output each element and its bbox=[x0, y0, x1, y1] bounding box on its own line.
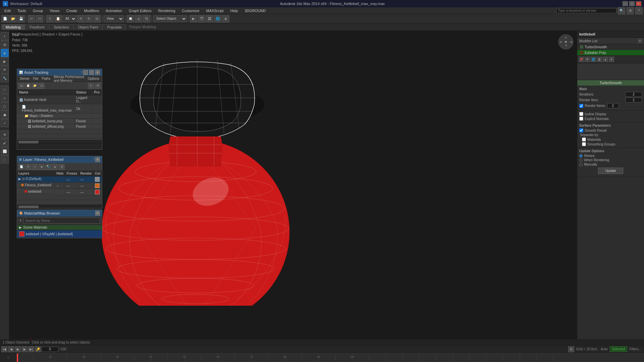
mod-pin-button[interactable]: 📌 bbox=[579, 57, 584, 62]
layer-tb-add[interactable]: + bbox=[32, 164, 38, 170]
open-button[interactable]: 📂 bbox=[9, 15, 17, 22]
material-browser-titlebar[interactable]: 🎨 Material/Map Browser ✕ bbox=[17, 210, 102, 217]
menu-tools[interactable]: Tools bbox=[14, 8, 29, 14]
asset-menu-file[interactable]: File bbox=[32, 77, 40, 80]
table-row[interactable]: kettlebell — — bbox=[17, 189, 102, 195]
save-button[interactable]: 💾 bbox=[17, 15, 25, 22]
material-item-kettlebell[interactable]: kettlebell ( VRayMtl ) [kettlebell] bbox=[17, 230, 102, 238]
layer-tb-settings[interactable]: ⚙ bbox=[59, 164, 65, 170]
asset-tracking-close[interactable]: ✕ bbox=[95, 70, 100, 75]
tool-create[interactable]: + bbox=[1, 32, 9, 40]
tool-select-region[interactable]: ⬜ bbox=[1, 147, 9, 155]
layer-color-swatch-default[interactable] bbox=[95, 177, 100, 182]
layer-tb-new[interactable]: 📄 bbox=[18, 164, 24, 170]
tool-edge[interactable]: ◇ bbox=[1, 94, 9, 102]
menu-maxscript[interactable]: MAXScript bbox=[203, 8, 227, 14]
material-editor-button[interactable]: ◈ bbox=[222, 15, 229, 22]
close-button[interactable]: ✕ bbox=[636, 1, 641, 6]
timeline-settings[interactable]: ⚙ bbox=[568, 346, 574, 352]
explicit-normals-checkbox[interactable] bbox=[579, 117, 583, 121]
update-button[interactable]: Update bbox=[598, 168, 623, 174]
asset-menu-paths[interactable]: Paths bbox=[41, 77, 52, 80]
asset-tb-btn-1[interactable]: 🗂 bbox=[18, 83, 24, 89]
tool-display[interactable]: 👁 bbox=[1, 66, 9, 74]
mod-show-button[interactable]: 👁 bbox=[585, 57, 590, 62]
asset-tb-btn-settings[interactable]: ⚙ bbox=[95, 83, 101, 89]
rotate-button[interactable]: ↻ bbox=[85, 15, 93, 22]
timeline-key-mode[interactable]: 🔑 bbox=[35, 346, 41, 352]
timeline-next-frame[interactable]: ▶ bbox=[21, 346, 28, 352]
tool-paint[interactable]: 🖌 bbox=[1, 139, 9, 147]
layer-question[interactable]: ? bbox=[93, 158, 95, 161]
asset-tracking-minimize[interactable]: _ bbox=[83, 70, 88, 75]
layer-tb-highlight[interactable]: 🔦 bbox=[45, 164, 51, 170]
mode-modeling[interactable]: Modeling bbox=[1, 24, 25, 30]
selection-filter[interactable]: All bbox=[62, 15, 76, 22]
asset-tb-btn-3[interactable]: 📁 bbox=[32, 83, 38, 89]
layer-close-button[interactable]: ✕ bbox=[95, 157, 100, 162]
mod-trash-button[interactable]: 🗑 bbox=[597, 57, 602, 62]
layer-dropdown[interactable]: Select Object bbox=[153, 15, 187, 22]
modifier-list-dropdown[interactable]: ▼ bbox=[638, 39, 642, 43]
material-browser-close[interactable]: ✕ bbox=[95, 211, 100, 216]
layer-scrollbar-thumb[interactable] bbox=[18, 205, 39, 208]
asset-menu-bitmap[interactable]: Bitmap Performance and Memory bbox=[52, 75, 86, 82]
asset-tb-btn-4[interactable]: ⊡ bbox=[39, 83, 45, 89]
render-items-input[interactable] bbox=[607, 103, 619, 108]
tool-utilities[interactable]: 🔧 bbox=[1, 74, 9, 82]
mod-down-button[interactable]: ▼ bbox=[609, 57, 614, 62]
undo-button[interactable]: ↩ bbox=[28, 15, 35, 22]
menu-animation[interactable]: Animation bbox=[103, 8, 125, 14]
layer-tb-up[interactable]: ▲ bbox=[52, 164, 58, 170]
render-iters-input[interactable] bbox=[625, 98, 642, 103]
mode-selection[interactable]: Selection bbox=[49, 24, 73, 30]
asset-tb-btn-refresh[interactable]: ↻ bbox=[88, 83, 94, 89]
tool-motion[interactable]: ▶ bbox=[1, 57, 9, 65]
mod-world-button[interactable]: 🌐 bbox=[591, 57, 596, 62]
asset-scrollbar-thumb[interactable] bbox=[18, 141, 39, 143]
tool-vertex[interactable]: • bbox=[1, 119, 9, 127]
menu-group[interactable]: Group bbox=[30, 8, 46, 14]
menu-help[interactable]: Help bbox=[227, 8, 241, 14]
mode-populate[interactable]: Populate bbox=[103, 24, 126, 30]
angle-snap[interactable]: ∠ bbox=[135, 15, 142, 22]
menu-rendering[interactable]: Rendering bbox=[155, 8, 178, 14]
layer-scrollbar[interactable] bbox=[17, 205, 102, 208]
asset-tb-btn-2[interactable]: 📋 bbox=[25, 83, 31, 89]
modifier-editable-poly[interactable]: Editable Poly bbox=[577, 50, 644, 56]
tool-snap[interactable]: ⊕ bbox=[1, 130, 9, 138]
minimize-button[interactable]: ─ bbox=[623, 1, 628, 6]
table-row[interactable]: ▶ 0 (Default) — — bbox=[17, 176, 102, 183]
new-button[interactable]: 📄 bbox=[1, 15, 9, 22]
smoothing-groups-checkbox[interactable] bbox=[582, 142, 586, 146]
always-radio[interactable] bbox=[579, 154, 583, 158]
asset-menu-server[interactable]: Server bbox=[18, 77, 31, 80]
scene-materials-header[interactable]: ▶ Scene Materials bbox=[17, 225, 102, 230]
menu-customize[interactable]: Customize bbox=[179, 8, 203, 14]
menu-modifiers[interactable]: Modifiers bbox=[81, 8, 102, 14]
environment-button[interactable]: 🌐 bbox=[214, 15, 221, 22]
scale-button[interactable]: ⊡ bbox=[93, 15, 101, 22]
layer-window-titlebar[interactable]: ⊞ Layer: Fitness_Kettlebell ? ✕ bbox=[17, 156, 102, 163]
tool-lasso[interactable]: ◌ bbox=[1, 156, 9, 164]
isoline-checkbox[interactable] bbox=[579, 112, 583, 116]
manually-radio[interactable] bbox=[579, 163, 583, 166]
select-name-button[interactable]: 📋 bbox=[54, 15, 62, 22]
tool-element[interactable]: ◼ bbox=[1, 111, 9, 119]
snap-toggle[interactable]: 🔲 bbox=[127, 15, 134, 22]
iterations-input[interactable] bbox=[625, 92, 642, 97]
help-button[interactable]: ? bbox=[635, 7, 643, 14]
search-input[interactable] bbox=[556, 8, 616, 13]
asset-tracking-question[interactable]: ? bbox=[81, 71, 83, 74]
select-button[interactable]: ↖ bbox=[46, 15, 54, 22]
material-search-input[interactable] bbox=[23, 218, 100, 224]
tool-border[interactable]: ⬡ bbox=[1, 102, 9, 110]
menu-3dground[interactable]: 3DGROUND bbox=[241, 8, 269, 14]
timeline-track[interactable]: 0 bbox=[0, 353, 644, 362]
smooth-result-checkbox[interactable] bbox=[579, 128, 583, 132]
materials-checkbox[interactable] bbox=[582, 137, 586, 141]
render-button[interactable]: 🖼 bbox=[206, 15, 213, 22]
move-button[interactable]: ✛ bbox=[77, 15, 85, 22]
layer-tb-delete[interactable]: ✕ bbox=[25, 164, 31, 170]
layer-color-swatch-kettlebell[interactable] bbox=[95, 190, 100, 194]
